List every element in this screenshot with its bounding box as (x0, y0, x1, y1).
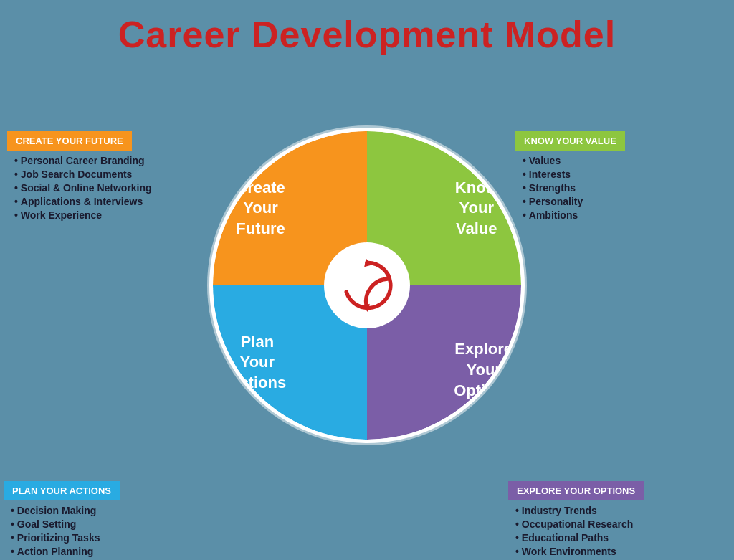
explore-your-options-list: Industry Trends Occupational Research Ed… (508, 500, 730, 560)
label-create-your-future: CREATE YOUR FUTURE (7, 131, 132, 151)
list-item: Action Planning (11, 546, 226, 557)
list-item: Strengths (523, 182, 730, 194)
create-your-future-list: Personal Career Branding Job Search Docu… (7, 151, 219, 221)
list-item: Interests (523, 169, 730, 180)
quadrant-know-text: KnowYourValue (455, 178, 498, 239)
label-explore-your-options: EXPLORE YOUR OPTIONS (508, 481, 644, 500)
page-title: Career Development Model (0, 0, 734, 56)
quadrant-create-text: CreateYourFuture (236, 178, 285, 239)
list-item: Social & Online Networking (14, 182, 219, 194)
label-know-your-value: KNOW YOUR VALUE (515, 131, 625, 151)
list-item: Industry Trends (515, 505, 730, 516)
center-arrows (324, 242, 410, 328)
list-item: Job Search Documents (14, 169, 219, 180)
quadrant-explore-text: ExploreYourOptions (454, 339, 513, 401)
label-plan-your-actions: PLAN YOUR ACTIONS (4, 481, 120, 500)
list-item: Work Environments (515, 546, 730, 557)
list-item: Prioritizing Tasks (11, 532, 226, 544)
list-item: Values (523, 155, 730, 166)
list-item: Occupational Research (515, 518, 730, 530)
know-your-value-list: Values Interests Strengths Personality A… (515, 151, 730, 221)
career-model-circle: CreateYourFuture KnowYourValue PlanYourA… (209, 128, 525, 443)
list-item: Decision Making (11, 505, 226, 516)
list-item: Ambitions (523, 209, 730, 221)
list-item: Goal Setting (11, 518, 226, 530)
list-item: Educational Paths (515, 532, 730, 544)
list-item: Personal Career Branding (14, 155, 219, 166)
list-item: Personality (523, 196, 730, 207)
list-item: Work Experience (14, 209, 219, 221)
arrows-svg (335, 253, 399, 318)
list-item: Applications & Interviews (14, 196, 219, 207)
quadrant-plan-text: PlanYourActions (229, 332, 287, 394)
plan-your-actions-list: Decision Making Goal Setting Prioritizin… (4, 500, 226, 560)
